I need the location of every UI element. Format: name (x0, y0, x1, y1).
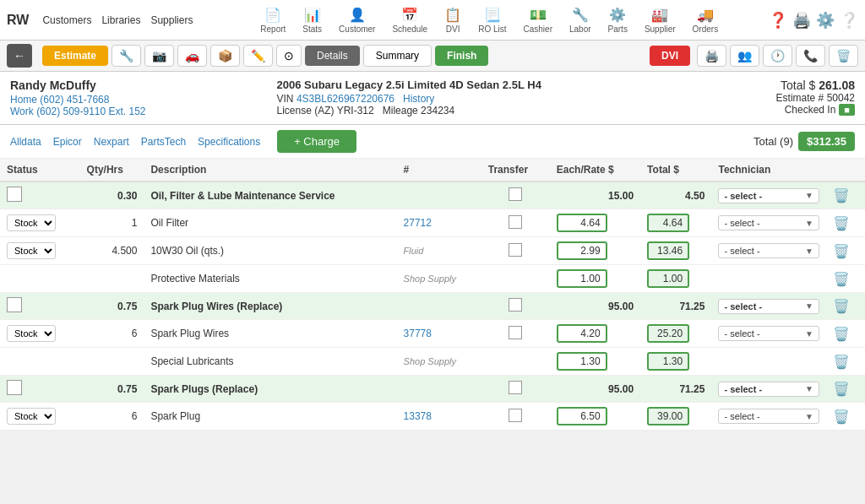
row-num-cell-5[interactable]: 37778 (397, 320, 481, 348)
row-transfer-1[interactable] (481, 209, 550, 237)
tab-finish[interactable]: Finish (435, 46, 488, 66)
row-num-link-1[interactable]: 27712 (404, 217, 432, 229)
tech-select-4[interactable]: - select - ▼ (718, 299, 819, 314)
nav-suppliers[interactable]: Suppliers (150, 14, 193, 26)
toolbar-dvi[interactable]: 📋DVI (438, 5, 468, 35)
row-tech-8[interactable]: - select - ▼ (711, 403, 825, 431)
tab-print-icon[interactable]: 🖨️ (697, 45, 726, 67)
row-tech-2[interactable]: - select - ▼ (711, 237, 825, 265)
source-alldata[interactable]: Alldata (10, 136, 41, 148)
row-each-rate-3[interactable] (550, 265, 640, 293)
settings-icon[interactable]: ⚙️ (816, 11, 835, 30)
dvi-button[interactable]: DVI (650, 46, 690, 66)
stock-select-1[interactable]: Stock (7, 214, 56, 231)
row-delete-0[interactable]: 🗑️ (826, 182, 865, 209)
row-num-cell-8[interactable]: 13378 (397, 403, 481, 431)
row-each-rate-8[interactable] (550, 403, 640, 431)
row-num-cell-1[interactable]: 27712 (397, 209, 481, 237)
delete-icon-5[interactable]: 🗑️ (833, 327, 850, 341)
row-status-stock[interactable]: Stock (0, 320, 80, 348)
vin-number[interactable]: 4S3BL626967220676 (296, 93, 394, 105)
row-status-checkbox[interactable] (0, 293, 80, 320)
row-delete-3[interactable]: 🗑️ (826, 265, 865, 293)
row-delete-5[interactable]: 🗑️ (826, 320, 865, 348)
row-transfer-2[interactable] (481, 237, 550, 265)
tech-select-2[interactable]: - select - ▼ (718, 243, 819, 258)
tab-details[interactable]: Details (305, 46, 360, 66)
home-phone-number[interactable]: (602) 451-7668 (40, 94, 109, 106)
delete-icon-4[interactable]: 🗑️ (833, 299, 850, 313)
toolbar-orders[interactable]: 🚚Orders (686, 5, 726, 35)
row-delete-6[interactable]: 🗑️ (826, 348, 865, 376)
toolbar-ro-list[interactable]: 📃RO List (471, 5, 513, 35)
each-rate-input-6[interactable] (557, 352, 607, 371)
back-button[interactable]: ← (7, 44, 32, 68)
row-transfer-8[interactable] (481, 403, 550, 431)
row-each-rate-5[interactable] (550, 320, 640, 348)
tab-icon-car[interactable]: 🚗 (177, 45, 207, 67)
tab-summary[interactable]: Summary (363, 45, 432, 67)
each-rate-input-5[interactable] (557, 324, 607, 343)
question-icon[interactable]: ❔ (840, 11, 858, 30)
tab-estimate[interactable]: Estimate (42, 46, 108, 66)
tech-select-0[interactable]: - select - ▼ (718, 188, 819, 203)
toolbar-schedule[interactable]: 📅Schedule (385, 5, 434, 35)
tab-icon-wrench[interactable]: 🔧 (112, 45, 141, 67)
row-num-link-8[interactable]: 13378 (404, 410, 432, 422)
row-each-rate-2[interactable] (550, 237, 640, 265)
nav-customers[interactable]: Customers (42, 14, 91, 26)
tech-select-1[interactable]: - select - ▼ (718, 215, 819, 230)
tech-select-7[interactable]: - select - ▼ (718, 382, 819, 397)
history-link[interactable]: History (403, 93, 434, 105)
row-delete-2[interactable]: 🗑️ (826, 237, 865, 265)
toolbar-cashier[interactable]: 💵Cashier (517, 5, 559, 35)
row-tech-5[interactable]: - select - ▼ (711, 320, 825, 348)
print-icon[interactable]: 🖨️ (792, 11, 811, 30)
row-each-rate-1[interactable] (550, 209, 640, 237)
tech-select-5[interactable]: - select - ▼ (718, 326, 819, 341)
tab-icon-box[interactable]: 📦 (210, 45, 240, 67)
row-tech-0[interactable]: - select - ▼ (711, 182, 825, 209)
row-delete-1[interactable]: 🗑️ (826, 209, 865, 237)
tab-phone-icon[interactable]: 📞 (796, 45, 825, 67)
charge-button[interactable]: + Charge (277, 130, 356, 153)
row-status-stock[interactable]: Stock (0, 237, 80, 265)
row-transfer-7[interactable] (481, 376, 550, 403)
each-rate-input-2[interactable] (557, 241, 607, 260)
row-delete-7[interactable]: 🗑️ (826, 376, 865, 403)
row-transfer-4[interactable] (481, 293, 550, 320)
delete-icon-2[interactable]: 🗑️ (833, 244, 850, 258)
delete-icon-6[interactable]: 🗑️ (833, 355, 850, 369)
row-tech-7[interactable]: - select - ▼ (711, 376, 825, 403)
source-specifications[interactable]: Specifications (198, 136, 260, 148)
tab-trash-icon[interactable]: 🗑️ (829, 45, 858, 67)
row-delete-4[interactable]: 🗑️ (826, 293, 865, 320)
delete-icon-1[interactable]: 🗑️ (833, 216, 850, 230)
each-rate-input-8[interactable] (557, 407, 607, 425)
each-rate-input-1[interactable] (557, 214, 607, 232)
each-rate-input-3[interactable] (557, 269, 607, 288)
row-status-stock[interactable]: Stock (0, 403, 80, 431)
row-num-link-5[interactable]: 37778 (404, 328, 432, 339)
row-delete-8[interactable]: 🗑️ (826, 403, 865, 431)
row-tech-1[interactable]: - select - ▼ (711, 209, 825, 237)
delete-icon-8[interactable]: 🗑️ (833, 409, 850, 424)
tab-user-icon[interactable]: 👥 (730, 45, 759, 67)
help-icon[interactable]: ❓ (769, 11, 787, 30)
nav-libraries[interactable]: Libraries (101, 14, 140, 26)
row-status-stock[interactable]: Stock (0, 209, 80, 237)
source-epicor[interactable]: Epicor (53, 136, 82, 148)
source-partstech[interactable]: PartsTech (141, 136, 186, 148)
delete-icon-7[interactable]: 🗑️ (833, 382, 850, 396)
row-transfer-0[interactable] (481, 182, 550, 209)
stock-select-8[interactable]: Stock (7, 408, 56, 425)
toolbar-parts[interactable]: ⚙️Parts (601, 5, 634, 35)
toolbar-stats[interactable]: 📊Stats (296, 5, 329, 35)
tab-icon-pencil[interactable]: ✏️ (243, 45, 273, 67)
row-transfer-5[interactable] (481, 320, 550, 348)
delete-icon-0[interactable]: 🗑️ (833, 188, 850, 203)
toolbar-customer[interactable]: 👤Customer (332, 5, 382, 35)
tech-select-8[interactable]: - select - ▼ (718, 409, 819, 424)
toolbar-supplier[interactable]: 🏭Supplier (638, 5, 683, 35)
work-phone-number[interactable]: (602) 509-9110 Ext. 152 (36, 106, 145, 117)
